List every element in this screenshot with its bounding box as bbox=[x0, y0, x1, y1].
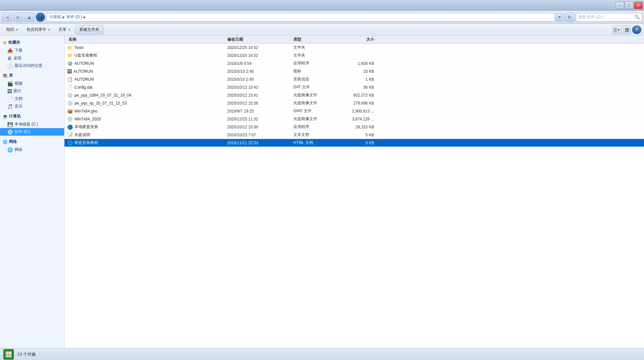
sidebar-item-videos[interactable]: 🎬 视频 bbox=[0, 80, 64, 87]
table-row[interactable]: 📝 光盘说明 2016/10/23 7:07 文本文档 5 KB bbox=[64, 131, 644, 139]
file-type-cell: 文件夹 bbox=[291, 45, 337, 50]
file-date-cell: 2020/12/25 11:32 bbox=[225, 117, 291, 121]
table-row[interactable]: 📄 Config.dat 2020/10/12 15:42 DAT 文件 36 … bbox=[64, 83, 644, 91]
preview-pane-button[interactable]: ⊞ bbox=[623, 25, 631, 34]
computer-label: 计算机 bbox=[9, 113, 21, 119]
file-name-text: U盘安装教程 bbox=[74, 53, 97, 58]
search-box[interactable]: 搜索 软件 (D:) 🔍 bbox=[576, 13, 642, 22]
search-icon[interactable]: 🔍 bbox=[634, 15, 640, 20]
search-placeholder-text: 搜索 软件 (D:) bbox=[578, 14, 633, 20]
file-area: 名称 修改日期 类型 大小 📁 Tools 2020/12/25 14:52 文… bbox=[64, 36, 644, 348]
help-button[interactable]: ? bbox=[632, 25, 641, 34]
pictures-icon: 🖼 bbox=[7, 89, 12, 94]
refresh-button[interactable]: ↻ bbox=[565, 13, 575, 22]
file-list: 📁 Tools 2020/12/25 14:52 文件夹 📁 U盘安装教程 20… bbox=[64, 44, 644, 348]
path-drive[interactable]: 软件 (D:) bbox=[66, 14, 82, 20]
sidebar-favorites-header[interactable]: ★ 收藏夹 bbox=[0, 38, 64, 47]
sidebar-section-library: 📚 库 🎬 视频 🖼 图片 📄 文档 🎵 音乐 bbox=[0, 71, 64, 110]
titlebar: − □ ✕ bbox=[0, 0, 644, 11]
file-name-cell: 📦 Win7x64.gho bbox=[66, 109, 225, 114]
organize-button[interactable]: 组织 ▼ bbox=[3, 25, 22, 34]
file-size-cell: 36 KB bbox=[337, 85, 377, 90]
table-row[interactable]: ⚙️ AUTORUN 2016/1/8 4:54 应用程序 1,926 KB bbox=[64, 60, 644, 68]
file-name-text: AUTORUN bbox=[74, 77, 94, 82]
folder-logo-icon: 🗂 bbox=[36, 13, 45, 22]
sidebar-network-header[interactable]: 🌐 网络 bbox=[0, 138, 64, 146]
share-button[interactable]: 共享 ▼ bbox=[55, 25, 74, 34]
table-row[interactable]: 🖼 AUTORUN 2015/5/10 2:45 图标 10 KB bbox=[64, 68, 644, 75]
file-type-icon: 🖼 bbox=[67, 69, 72, 74]
col-name-header[interactable]: 名称 bbox=[66, 37, 225, 42]
address-dropdown-button[interactable]: ▼ bbox=[556, 13, 563, 22]
music-icon: 🎵 bbox=[7, 104, 13, 109]
file-name-text: 光盘说明 bbox=[74, 132, 90, 138]
file-type-cell: 安装信息 bbox=[291, 76, 337, 82]
file-name-text: Tools bbox=[74, 45, 84, 50]
table-row[interactable]: 📁 Tools 2020/12/25 14:52 文件夹 bbox=[64, 44, 644, 52]
sidebar-item-c-drive[interactable]: 💾 本地磁盘 (C:) bbox=[0, 120, 64, 128]
file-name-cell: 💿 pe_yqs_xp_20_07_31_15_53 bbox=[66, 101, 225, 106]
file-name-text: pe_yqs_xp_20_07_31_15_53 bbox=[74, 101, 127, 106]
forward-button[interactable]: ▶ bbox=[13, 13, 23, 22]
sidebar-item-downloads[interactable]: 📥 下载 bbox=[0, 47, 64, 54]
help-label: ? bbox=[635, 27, 638, 32]
file-type-cell: 应用程序 bbox=[291, 61, 337, 66]
sidebar-section-network: 🌐 网络 🌐 网络 bbox=[0, 138, 64, 154]
file-date-cell: 2015/5/10 2:45 bbox=[225, 69, 291, 74]
file-type-icon: 💿 bbox=[67, 93, 73, 98]
minimize-button[interactable]: − bbox=[616, 2, 624, 9]
table-row[interactable]: 💿 pe_yqs_xp_20_07_31_15_53 2020/10/12 15… bbox=[64, 99, 644, 107]
table-row[interactable]: 📦 Win7x64.gho 2019/9/7 19:25 GHO 文件 2,90… bbox=[64, 107, 644, 115]
view-toggle-button[interactable]: ☰ ▼ bbox=[612, 25, 622, 34]
table-row[interactable]: 🔵 本地硬盘安装 2020/10/12 15:30 应用程序 28,315 KB bbox=[64, 123, 644, 131]
file-type-cell: 光盘映像文件 bbox=[291, 92, 337, 98]
downloads-label: 下载 bbox=[15, 48, 22, 53]
c-drive-icon: 💾 bbox=[7, 122, 13, 127]
d-drive-icon: 💿 bbox=[7, 129, 13, 135]
path-computer[interactable]: 计算机 bbox=[49, 14, 61, 20]
col-size-header[interactable]: 大小 bbox=[337, 37, 377, 42]
sidebar-item-d-drive[interactable]: 💿 软件 (D:) bbox=[0, 128, 64, 136]
file-name-cell: 📝 光盘说明 bbox=[66, 132, 225, 138]
organize-arrow-icon: ▼ bbox=[16, 28, 19, 31]
back-button[interactable]: ◀ bbox=[2, 13, 12, 22]
sidebar: ★ 收藏夹 📥 下载 🖥 桌面 🕐 最近访问的位置 📚 库 bbox=[0, 36, 64, 348]
file-date-cell: 2016/1/8 4:54 bbox=[225, 61, 291, 66]
close-button[interactable]: ✕ bbox=[634, 2, 643, 9]
path-sep-1: ▶ bbox=[63, 15, 65, 19]
table-row[interactable]: 💿 pe_yqs_1064_20_07_31_16_04 2020/10/12 … bbox=[64, 91, 644, 99]
sidebar-item-desktop[interactable]: 🖥 桌面 bbox=[0, 54, 64, 62]
table-row[interactable]: 💿 Win7x64_2020 2020/12/25 11:32 光盘映像文件 3… bbox=[64, 115, 644, 123]
sidebar-item-music[interactable]: 🎵 音乐 bbox=[0, 103, 64, 110]
file-name-cell: 🖼 AUTORUN bbox=[66, 69, 225, 74]
table-row[interactable]: 📋 AUTORUN 2015/5/10 2:45 安装信息 1 KB bbox=[64, 75, 644, 83]
table-row[interactable]: 📁 U盘安装教程 2020/12/25 14:52 文件夹 bbox=[64, 52, 644, 60]
path-sep-2: ▶ bbox=[83, 15, 86, 19]
new-folder-button[interactable]: 新建文件夹 bbox=[75, 25, 104, 34]
file-size-cell: 3,874,126 ... bbox=[337, 117, 377, 121]
file-name-text: 硬盘安装教程 bbox=[74, 140, 98, 146]
sidebar-item-network[interactable]: 🌐 网络 bbox=[0, 146, 64, 154]
col-date-header[interactable]: 修改日期 bbox=[225, 37, 291, 42]
table-row[interactable]: 🌐 硬盘安装教程 2016/11/21 22:03 HTML 文档 3 KB bbox=[64, 139, 644, 147]
up-button[interactable]: ▲ bbox=[24, 13, 34, 22]
file-name-cell: 📁 Tools bbox=[66, 45, 225, 50]
file-name-text: Win7x64_2020 bbox=[74, 117, 101, 121]
main-layout: ★ 收藏夹 📥 下载 🖥 桌面 🕐 最近访问的位置 📚 库 bbox=[0, 36, 644, 348]
library-label: 库 bbox=[9, 73, 13, 78]
file-name-text: Win7x64.gho bbox=[74, 109, 98, 113]
sidebar-item-pictures[interactable]: 🖼 图片 bbox=[0, 87, 64, 95]
star-icon: ★ bbox=[3, 40, 7, 45]
archive-button[interactable]: 包含到库中 ▼ bbox=[23, 25, 54, 34]
sidebar-library-header[interactable]: 📚 库 bbox=[0, 71, 64, 80]
file-name-cell: ⚙️ AUTORUN bbox=[66, 61, 225, 66]
network-icon: 🌐 bbox=[3, 140, 8, 144]
file-name-cell: 💿 pe_yqs_1064_20_07_31_16_04 bbox=[66, 93, 225, 98]
sidebar-item-documents[interactable]: 📄 文档 bbox=[0, 95, 64, 103]
file-size-cell: 5 KB bbox=[337, 133, 377, 137]
col-type-header[interactable]: 类型 bbox=[291, 37, 337, 42]
maximize-button[interactable]: □ bbox=[625, 2, 633, 9]
sidebar-item-recent[interactable]: 🕐 最近访问的位置 bbox=[0, 62, 64, 69]
sidebar-computer-header[interactable]: 💻 计算机 bbox=[0, 112, 64, 120]
address-path[interactable]: 计算机 ▶ 软件 (D:) ▶ bbox=[46, 13, 555, 22]
